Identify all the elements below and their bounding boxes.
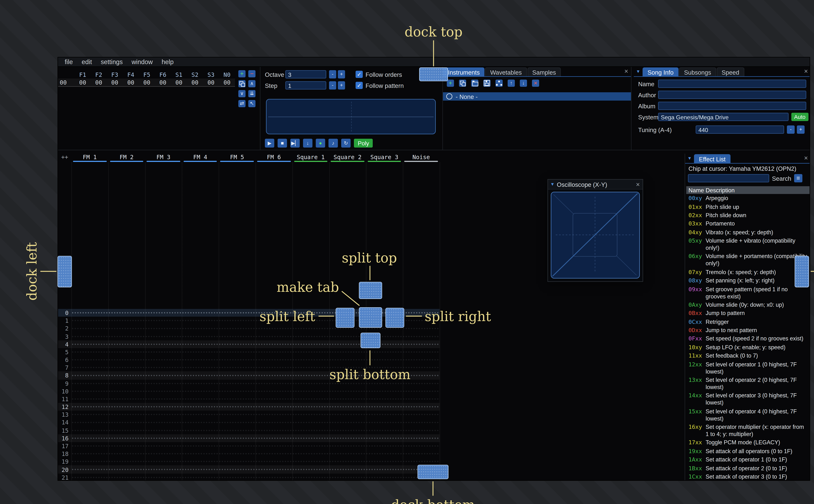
- dock-target-right[interactable]: [795, 256, 809, 287]
- close-icon[interactable]: ×: [804, 155, 808, 161]
- pattern-cells[interactable]: [71, 403, 440, 411]
- effect-menu-button[interactable]: ≡: [794, 174, 802, 182]
- system-field[interactable]: [658, 113, 789, 121]
- order-move-down-button[interactable]: ∨: [238, 90, 245, 97]
- delete-instrument-button[interactable]: ×: [532, 80, 539, 87]
- menu-item-window[interactable]: window: [127, 59, 157, 65]
- save-instrument-button[interactable]: [483, 80, 491, 87]
- effect-row[interactable]: 14xxSet level of operator 3 (0 highest, …: [689, 391, 810, 407]
- channel-header[interactable]: FM 5: [219, 154, 255, 162]
- tab-effect-list[interactable]: Effect List: [694, 154, 731, 163]
- pattern-row[interactable]: 18: [58, 450, 440, 458]
- pattern-cells[interactable]: [71, 387, 440, 395]
- pattern-row[interactable]: 17: [58, 442, 440, 450]
- pattern-cells[interactable]: [71, 395, 440, 403]
- edit-toggle-button[interactable]: ●: [316, 139, 325, 148]
- instrument-folders-button[interactable]: [496, 80, 503, 87]
- name-field[interactable]: [658, 80, 806, 88]
- order-cell[interactable]: 00: [219, 79, 235, 86]
- close-icon[interactable]: ×: [624, 68, 628, 75]
- pattern-row[interactable]: 1: [58, 317, 440, 325]
- effect-row[interactable]: 0DxxJump to next pattern: [689, 326, 810, 335]
- octave-increase-button[interactable]: +: [338, 70, 345, 78]
- pattern-row[interactable]: 3: [58, 333, 440, 340]
- pattern-row[interactable]: 8: [58, 372, 440, 379]
- octave-decrease-button[interactable]: -: [329, 70, 336, 78]
- channel-header[interactable]: FM 6: [255, 154, 292, 162]
- play-from-beginning-button[interactable]: ▶▏: [290, 139, 300, 148]
- add-instrument-button[interactable]: +: [447, 80, 454, 87]
- pattern-row[interactable]: 0: [58, 309, 440, 317]
- pattern-row[interactable]: 12: [58, 403, 440, 411]
- effect-row[interactable]: 1AxxSet attack of operator 1 (0 to 1F): [689, 455, 810, 464]
- poly-button[interactable]: Poly: [354, 139, 373, 148]
- effect-row[interactable]: 17xxToggle PCM mode (LEGACY): [689, 438, 810, 447]
- play-button[interactable]: ▶: [265, 139, 274, 148]
- order-cell[interactable]: 00: [123, 79, 139, 86]
- pattern-cells[interactable]: [71, 317, 440, 325]
- order-cell[interactable]: 00: [91, 79, 107, 86]
- order-move-up-button[interactable]: ∧: [248, 80, 255, 87]
- order-cell[interactable]: 00: [75, 79, 91, 86]
- oscilloscope-xy-titlebar[interactable]: ▼ Oscilloscope (X-Y) ×: [548, 180, 643, 190]
- pattern-view[interactable]: 0 1 2 3 4 5 6 7 8 9 10 11 12 13 14 15 16…: [58, 309, 440, 481]
- step-decrease-button[interactable]: -: [329, 81, 336, 90]
- effect-row[interactable]: 13xxSet level of operator 2 (0 highest, …: [689, 376, 810, 391]
- order-cell[interactable]: 00: [171, 79, 187, 86]
- pattern-row[interactable]: 2: [58, 325, 440, 333]
- pattern-cells[interactable]: [71, 473, 440, 481]
- pattern-row[interactable]: 11: [58, 395, 440, 403]
- step-input[interactable]: [285, 81, 326, 90]
- pattern-cells[interactable]: [71, 434, 440, 442]
- order-duplicate-button[interactable]: [238, 80, 245, 87]
- oscilloscope-xy-window[interactable]: ▼ Oscilloscope (X-Y) ×: [548, 179, 643, 282]
- pattern-row[interactable]: 4: [58, 340, 440, 348]
- channel-header[interactable]: Square 2: [329, 154, 366, 162]
- close-icon[interactable]: ×: [636, 181, 640, 188]
- tab-song-info[interactable]: Song Info: [643, 67, 679, 76]
- tuning-increase-button[interactable]: +: [797, 125, 805, 134]
- effect-row[interactable]: 10xySetup LFO (x: enable; y: speed): [689, 343, 810, 351]
- pattern-row[interactable]: 14: [58, 419, 440, 426]
- pattern-cells[interactable]: [71, 411, 440, 419]
- channel-header[interactable]: Square 1: [292, 154, 329, 162]
- pattern-cells[interactable]: [71, 340, 440, 348]
- order-cell[interactable]: 00: [107, 79, 123, 86]
- pattern-row[interactable]: 6: [58, 356, 440, 364]
- menu-item-settings[interactable]: settings: [96, 59, 127, 65]
- tab-wavetables[interactable]: Wavetables: [485, 67, 527, 76]
- pattern-cells[interactable]: [71, 458, 440, 466]
- orders-row[interactable]: 00 00 00 00 00 00 00 00 00 00 00: [58, 78, 235, 87]
- pattern-cells[interactable]: [71, 450, 440, 458]
- channel-header[interactable]: FM 1: [71, 154, 108, 162]
- pattern-cells[interactable]: [71, 419, 440, 426]
- effect-row[interactable]: 16xySet operator multiplier (x: operator…: [689, 423, 810, 438]
- effect-search-input[interactable]: [688, 174, 769, 182]
- metronome-button[interactable]: ♪: [328, 139, 338, 148]
- split-target-top[interactable]: [359, 282, 382, 299]
- effect-row[interactable]: 1BxxSet attack of operator 2 (0 to 1F): [689, 464, 810, 472]
- channel-header[interactable]: FM 2: [108, 154, 145, 162]
- effect-row[interactable]: 07xyTremolo (x: speed; y: depth): [689, 268, 810, 276]
- effect-row[interactable]: 09xxSet groove pattern (speed 1 if no gr…: [689, 285, 810, 300]
- pattern-cells[interactable]: [71, 356, 440, 364]
- effect-list[interactable]: 00xyArpeggio 01xxPitch slide up 02xxPitc…: [685, 194, 810, 481]
- order-cell[interactable]: 00: [139, 79, 155, 86]
- stop-button[interactable]: ■: [277, 139, 287, 148]
- effect-row[interactable]: 08xySet panning (x: left; y: right): [689, 276, 810, 285]
- pattern-row[interactable]: 7: [58, 364, 440, 372]
- menu-item-file[interactable]: file: [60, 59, 77, 65]
- order-edit-mode-button[interactable]: ↖: [248, 100, 255, 107]
- move-instrument-up-button[interactable]: ↑: [508, 80, 515, 87]
- split-target-right[interactable]: [385, 308, 404, 328]
- effect-row[interactable]: 1CxxSet attack of operator 3 (0 to 1F): [689, 472, 810, 481]
- pattern-cells[interactable]: [71, 348, 440, 356]
- album-field[interactable]: [658, 102, 806, 110]
- order-cell[interactable]: 00: [155, 79, 171, 86]
- effect-row[interactable]: 0CxxRetrigger: [689, 318, 810, 326]
- dock-target-top[interactable]: [419, 67, 448, 81]
- effect-row[interactable]: 01xxPitch slide up: [689, 202, 810, 211]
- effect-row[interactable]: 02xxPitch slide down: [689, 211, 810, 219]
- move-instrument-down-button[interactable]: ↓: [520, 80, 527, 87]
- effect-row[interactable]: 04xyVibrato (x: speed; y: depth): [689, 228, 810, 237]
